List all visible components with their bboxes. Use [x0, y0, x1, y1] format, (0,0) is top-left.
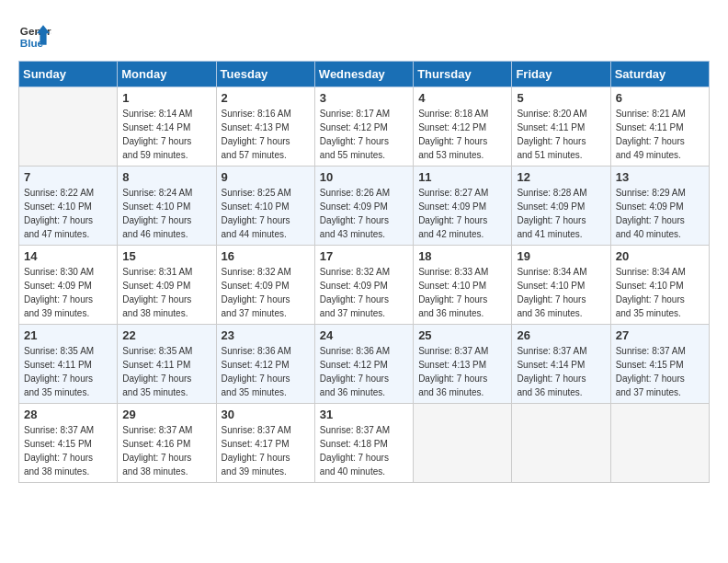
day-info: Sunrise: 8:36 AM Sunset: 4:12 PM Dayligh… — [222, 344, 310, 399]
calendar-cell: 11Sunrise: 8:27 AM Sunset: 4:09 PM Dayli… — [414, 167, 512, 246]
weekday-header-sunday: Sunday — [19, 62, 118, 87]
day-number: 25 — [418, 328, 506, 342]
day-info: Sunrise: 8:28 AM Sunset: 4:09 PM Dayligh… — [517, 186, 605, 241]
day-info: Sunrise: 8:27 AM Sunset: 4:09 PM Dayligh… — [418, 186, 506, 241]
day-number: 21 — [24, 328, 112, 342]
calendar-cell: 17Sunrise: 8:32 AM Sunset: 4:09 PM Dayli… — [314, 246, 413, 325]
day-number: 12 — [517, 170, 605, 184]
calendar-cell: 6Sunrise: 8:21 AM Sunset: 4:11 PM Daylig… — [610, 87, 709, 167]
calendar-table: SundayMondayTuesdayWednesdayThursdayFrid… — [18, 61, 710, 483]
day-number: 30 — [222, 408, 310, 421]
day-number: 31 — [320, 408, 408, 421]
calendar-cell: 7Sunrise: 8:22 AM Sunset: 4:10 PM Daylig… — [19, 167, 118, 246]
day-number: 7 — [24, 170, 112, 184]
calendar-week-2: 7Sunrise: 8:22 AM Sunset: 4:10 PM Daylig… — [19, 167, 710, 246]
calendar-cell — [414, 404, 512, 483]
logo: General Blue — [18, 18, 51, 52]
day-number: 1 — [122, 91, 210, 105]
logo-icon: General Blue — [18, 18, 51, 52]
day-number: 22 — [122, 328, 210, 342]
day-info: Sunrise: 8:35 AM Sunset: 4:11 PM Dayligh… — [24, 344, 112, 399]
calendar-cell: 12Sunrise: 8:28 AM Sunset: 4:09 PM Dayli… — [512, 167, 610, 246]
day-info: Sunrise: 8:14 AM Sunset: 4:14 PM Dayligh… — [122, 107, 210, 162]
day-number: 16 — [222, 249, 310, 263]
calendar-cell: 19Sunrise: 8:34 AM Sunset: 4:10 PM Dayli… — [512, 246, 610, 325]
calendar-cell: 29Sunrise: 8:37 AM Sunset: 4:16 PM Dayli… — [118, 404, 216, 483]
calendar-cell: 8Sunrise: 8:24 AM Sunset: 4:10 PM Daylig… — [118, 167, 216, 246]
day-info: Sunrise: 8:24 AM Sunset: 4:10 PM Dayligh… — [122, 186, 210, 241]
calendar-cell: 21Sunrise: 8:35 AM Sunset: 4:11 PM Dayli… — [19, 325, 118, 404]
day-number: 6 — [616, 91, 704, 105]
page-header: General Blue — [18, 18, 710, 52]
calendar-cell: 15Sunrise: 8:31 AM Sunset: 4:09 PM Dayli… — [118, 246, 216, 325]
day-info: Sunrise: 8:16 AM Sunset: 4:13 PM Dayligh… — [222, 107, 310, 162]
day-number: 10 — [320, 170, 408, 184]
day-info: Sunrise: 8:31 AM Sunset: 4:09 PM Dayligh… — [122, 265, 210, 320]
day-number: 8 — [122, 170, 210, 184]
weekday-header-friday: Friday — [512, 62, 610, 87]
day-number: 15 — [122, 249, 210, 263]
calendar-week-5: 28Sunrise: 8:37 AM Sunset: 4:15 PM Dayli… — [19, 404, 710, 483]
day-info: Sunrise: 8:34 AM Sunset: 4:10 PM Dayligh… — [616, 265, 704, 320]
day-number: 28 — [24, 408, 112, 421]
calendar-cell: 13Sunrise: 8:29 AM Sunset: 4:09 PM Dayli… — [610, 167, 709, 246]
day-info: Sunrise: 8:26 AM Sunset: 4:09 PM Dayligh… — [320, 186, 408, 241]
day-number: 2 — [222, 91, 310, 105]
day-number: 5 — [517, 91, 605, 105]
day-number: 17 — [320, 249, 408, 263]
calendar-week-1: 1Sunrise: 8:14 AM Sunset: 4:14 PM Daylig… — [19, 87, 710, 167]
day-number: 20 — [616, 249, 704, 263]
day-info: Sunrise: 8:37 AM Sunset: 4:13 PM Dayligh… — [418, 344, 506, 399]
day-number: 23 — [222, 328, 310, 342]
day-info: Sunrise: 8:37 AM Sunset: 4:18 PM Dayligh… — [320, 423, 408, 478]
day-number: 13 — [616, 170, 704, 184]
calendar-cell: 2Sunrise: 8:16 AM Sunset: 4:13 PM Daylig… — [216, 87, 314, 167]
calendar-cell: 3Sunrise: 8:17 AM Sunset: 4:12 PM Daylig… — [314, 87, 413, 167]
day-info: Sunrise: 8:37 AM Sunset: 4:16 PM Dayligh… — [122, 423, 210, 478]
calendar-cell: 1Sunrise: 8:14 AM Sunset: 4:14 PM Daylig… — [118, 87, 216, 167]
calendar-cell — [512, 404, 610, 483]
calendar-week-4: 21Sunrise: 8:35 AM Sunset: 4:11 PM Dayli… — [19, 325, 710, 404]
calendar-cell: 31Sunrise: 8:37 AM Sunset: 4:18 PM Dayli… — [314, 404, 413, 483]
day-info: Sunrise: 8:36 AM Sunset: 4:12 PM Dayligh… — [320, 344, 408, 399]
calendar-week-3: 14Sunrise: 8:30 AM Sunset: 4:09 PM Dayli… — [19, 246, 710, 325]
weekday-header-monday: Monday — [118, 62, 216, 87]
day-info: Sunrise: 8:37 AM Sunset: 4:14 PM Dayligh… — [517, 344, 605, 399]
day-number: 9 — [222, 170, 310, 184]
day-number: 26 — [517, 328, 605, 342]
day-info: Sunrise: 8:20 AM Sunset: 4:11 PM Dayligh… — [517, 107, 605, 162]
calendar-cell — [19, 87, 118, 167]
calendar-header-row: SundayMondayTuesdayWednesdayThursdayFrid… — [19, 62, 710, 87]
calendar-cell: 14Sunrise: 8:30 AM Sunset: 4:09 PM Dayli… — [19, 246, 118, 325]
day-number: 24 — [320, 328, 408, 342]
day-number: 14 — [24, 249, 112, 263]
day-info: Sunrise: 8:32 AM Sunset: 4:09 PM Dayligh… — [222, 265, 310, 320]
weekday-header-saturday: Saturday — [610, 62, 709, 87]
calendar-cell: 18Sunrise: 8:33 AM Sunset: 4:10 PM Dayli… — [414, 246, 512, 325]
day-info: Sunrise: 8:22 AM Sunset: 4:10 PM Dayligh… — [24, 186, 112, 241]
day-info: Sunrise: 8:18 AM Sunset: 4:12 PM Dayligh… — [418, 107, 506, 162]
day-number: 18 — [418, 249, 506, 263]
calendar-cell: 26Sunrise: 8:37 AM Sunset: 4:14 PM Dayli… — [512, 325, 610, 404]
day-number: 29 — [122, 408, 210, 421]
calendar-cell: 22Sunrise: 8:35 AM Sunset: 4:11 PM Dayli… — [118, 325, 216, 404]
day-info: Sunrise: 8:34 AM Sunset: 4:10 PM Dayligh… — [517, 265, 605, 320]
weekday-header-tuesday: Tuesday — [216, 62, 314, 87]
day-info: Sunrise: 8:37 AM Sunset: 4:15 PM Dayligh… — [616, 344, 704, 399]
calendar-cell: 23Sunrise: 8:36 AM Sunset: 4:12 PM Dayli… — [216, 325, 314, 404]
calendar-cell: 10Sunrise: 8:26 AM Sunset: 4:09 PM Dayli… — [314, 167, 413, 246]
day-number: 4 — [418, 91, 506, 105]
calendar-cell — [610, 404, 709, 483]
day-number: 11 — [418, 170, 506, 184]
day-info: Sunrise: 8:17 AM Sunset: 4:12 PM Dayligh… — [320, 107, 408, 162]
day-info: Sunrise: 8:35 AM Sunset: 4:11 PM Dayligh… — [122, 344, 210, 399]
calendar-cell: 4Sunrise: 8:18 AM Sunset: 4:12 PM Daylig… — [414, 87, 512, 167]
calendar-cell: 27Sunrise: 8:37 AM Sunset: 4:15 PM Dayli… — [610, 325, 709, 404]
calendar-body: 1Sunrise: 8:14 AM Sunset: 4:14 PM Daylig… — [19, 87, 710, 483]
calendar-cell: 30Sunrise: 8:37 AM Sunset: 4:17 PM Dayli… — [216, 404, 314, 483]
day-number: 3 — [320, 91, 408, 105]
calendar-cell: 25Sunrise: 8:37 AM Sunset: 4:13 PM Dayli… — [414, 325, 512, 404]
calendar-cell: 20Sunrise: 8:34 AM Sunset: 4:10 PM Dayli… — [610, 246, 709, 325]
day-info: Sunrise: 8:37 AM Sunset: 4:17 PM Dayligh… — [222, 423, 310, 478]
day-info: Sunrise: 8:33 AM Sunset: 4:10 PM Dayligh… — [418, 265, 506, 320]
